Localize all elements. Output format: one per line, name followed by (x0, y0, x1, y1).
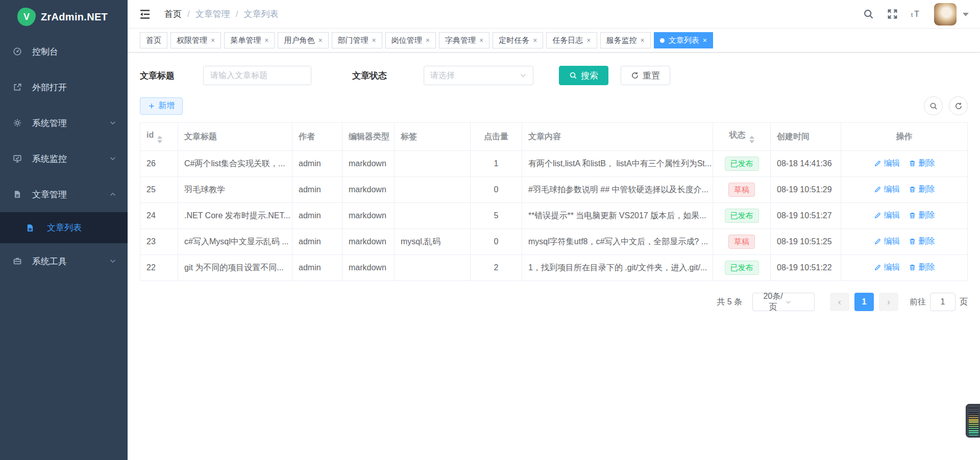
cell-title: C#两个list集合实现关联，... (178, 151, 292, 177)
delete-button[interactable]: 删除 (909, 158, 935, 169)
delete-icon (909, 238, 919, 245)
edit-button[interactable]: 编辑 (874, 158, 900, 169)
prev-page-button[interactable]: ‹ (830, 293, 849, 311)
cell-author: admin (292, 255, 342, 281)
sidebar: V ZrAdmin.NET 控制台外部打开系统管理系统监控文章管理文章列表系统工… (0, 0, 128, 460)
sidebar-item-system-manage[interactable]: 系统管理 (0, 105, 128, 141)
tab-home[interactable]: 首页 (140, 32, 167, 48)
sidebar-item-console[interactable]: 控制台 (0, 34, 128, 69)
cell-content: #羽毛球拍参数说明 ## 中管软硬选择以及长度介... (522, 177, 713, 203)
tab-label: 首页 (146, 36, 161, 45)
font-size-icon[interactable]: t T (911, 9, 922, 19)
add-button[interactable]: 新增 (140, 97, 183, 115)
next-page-button[interactable]: › (879, 293, 898, 311)
external-link-icon (13, 83, 22, 92)
close-tab-icon[interactable]: × (372, 37, 376, 44)
page-unit-label: 页 (960, 297, 968, 308)
app-root: V ZrAdmin.NET 控制台外部打开系统管理系统监控文章管理文章列表系统工… (0, 0, 980, 460)
close-tab-icon[interactable]: × (426, 37, 430, 44)
fullscreen-icon[interactable] (887, 9, 898, 19)
search-button[interactable]: 搜索 (559, 66, 608, 85)
cell-tags (395, 177, 471, 203)
close-tab-icon[interactable]: × (586, 37, 591, 44)
tab-cron-task[interactable]: 定时任务× (493, 32, 543, 48)
delete-button[interactable]: 删除 (909, 236, 935, 247)
column-header-clicks: 点击量 (471, 123, 522, 151)
cell-title: .NET Core 发布时提示.NET... (178, 203, 292, 229)
refresh-icon[interactable] (949, 96, 968, 115)
article-table: id文章标题作者编辑器类型标签点击量文章内容状态创建时间操作 26C#两个lis… (140, 122, 968, 281)
sidebar-item-article-manage[interactable]: 文章管理 (0, 176, 128, 212)
close-tab-icon[interactable]: × (641, 37, 645, 44)
sidebar-item-article-list[interactable]: 文章列表 (0, 212, 128, 243)
delete-icon (909, 264, 919, 271)
article-title-input[interactable] (203, 66, 311, 85)
cell-author: admin (292, 203, 342, 229)
close-tab-icon[interactable]: × (264, 37, 268, 44)
goto-page-input[interactable] (930, 293, 955, 311)
close-tab-icon[interactable]: × (318, 37, 322, 44)
tab-post-manage[interactable]: 岗位管理× (385, 32, 436, 48)
tab-task-log[interactable]: 任务日志× (546, 32, 597, 48)
cell-id: 25 (140, 177, 178, 203)
delete-button[interactable]: 删除 (909, 262, 935, 273)
edit-button[interactable]: 编辑 (874, 236, 900, 247)
cell-clicks: 5 (471, 203, 522, 229)
edit-button[interactable]: 编辑 (874, 262, 900, 273)
tab-label: 部门管理 (338, 36, 369, 45)
tab-dept-manage[interactable]: 部门管理× (332, 32, 382, 48)
tab-dict-manage[interactable]: 字典管理× (439, 32, 489, 48)
toggle-search-icon[interactable] (924, 96, 943, 115)
column-header-title: 文章标题 (178, 123, 292, 151)
tab-user-role[interactable]: 用户角色× (278, 32, 328, 48)
delete-button[interactable]: 删除 (909, 184, 935, 195)
sidebar-item-label: 控制台 (32, 46, 116, 58)
edit-icon (874, 264, 884, 271)
column-header-ops: 操作 (841, 123, 968, 151)
article-icon (13, 190, 22, 199)
table-body: 26C#两个list集合实现关联，...adminmarkdown1有两个lis… (140, 151, 968, 281)
sort-icon[interactable] (157, 136, 162, 143)
cell-operations: 编辑删除 (841, 203, 968, 229)
level-meter-widget[interactable] (966, 404, 980, 438)
cell-editor: markdown (342, 255, 395, 281)
cell-title: c#写入Mysql中文显示乱码 ... (178, 229, 292, 255)
status-badge: 已发布 (725, 157, 759, 171)
close-tab-icon[interactable]: × (211, 37, 215, 44)
caret-down-icon[interactable] (963, 13, 969, 19)
tab-menu-manage[interactable]: 菜单管理× (224, 32, 275, 48)
edit-button[interactable]: 编辑 (874, 210, 900, 221)
sidebar-collapse-icon[interactable] (139, 8, 151, 20)
status-badge: 已发布 (725, 261, 759, 275)
search-icon[interactable] (863, 9, 874, 19)
tab-label: 文章列表 (669, 36, 699, 45)
column-header-id[interactable]: id (140, 123, 178, 151)
tab-perm-manage[interactable]: 权限管理× (170, 32, 221, 48)
sidebar-item-system-monitor[interactable]: 系统监控 (0, 141, 128, 176)
close-tab-icon[interactable]: × (533, 37, 537, 44)
breadcrumb-home[interactable]: 首页 (164, 8, 182, 20)
sidebar-item-system-tools[interactable]: 系统工具 (0, 243, 128, 279)
edit-button[interactable]: 编辑 (874, 184, 900, 195)
table-row: 22git 为不同的项目设置不同...adminmarkdown21，找到项目所… (140, 255, 968, 281)
tab-service-monitor[interactable]: 服务监控× (600, 32, 651, 48)
page-size-select[interactable]: 20条/页 (752, 293, 815, 311)
article-status-select[interactable]: 请选择 (424, 66, 533, 85)
close-tab-icon[interactable]: × (703, 37, 707, 44)
breadcrumb-article-list: 文章列表 (243, 8, 278, 20)
delete-button[interactable]: 删除 (909, 210, 935, 221)
user-avatar[interactable] (934, 3, 957, 25)
sidebar-item-external-open[interactable]: 外部打开 (0, 69, 128, 105)
column-header-status[interactable]: 状态 (713, 123, 771, 151)
filter-form: 文章标题 文章状态 请选择 搜索 重置 (140, 66, 968, 85)
cell-status: 草稿 (713, 229, 771, 255)
tab-article-list[interactable]: 文章列表× (654, 32, 713, 48)
cell-created: 08-18 14:41:36 (771, 151, 841, 177)
cell-operations: 编辑删除 (841, 229, 968, 255)
breadcrumb-separator: / (187, 9, 190, 19)
close-tab-icon[interactable]: × (479, 37, 483, 44)
cell-clicks: 0 (471, 229, 522, 255)
reset-button[interactable]: 重置 (621, 66, 670, 85)
current-page-button[interactable]: 1 (854, 293, 874, 311)
sort-icon[interactable] (749, 136, 754, 143)
